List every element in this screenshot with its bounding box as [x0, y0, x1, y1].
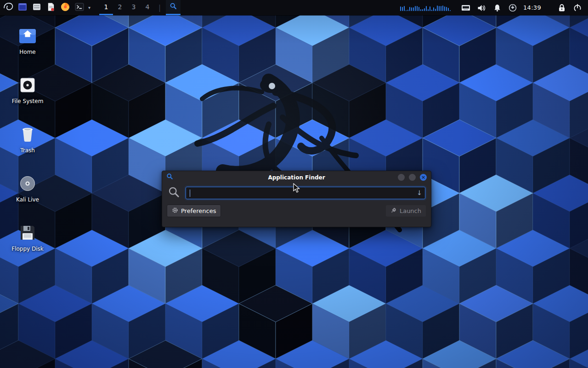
launcher-firefox[interactable]	[59, 1, 72, 14]
launch-button[interactable]: Launch	[385, 205, 426, 217]
floppy-disk-icon	[6, 222, 50, 244]
workspace-3[interactable]: 3	[127, 0, 141, 15]
firefox-icon	[60, 2, 70, 14]
notifications-bell-icon[interactable]	[492, 2, 502, 13]
maximize-button[interactable]	[409, 174, 416, 181]
close-icon: ×	[421, 175, 425, 180]
volume-icon[interactable]	[476, 2, 486, 13]
launcher-window-app[interactable]	[16, 1, 29, 14]
system-monitor-graph[interactable]	[400, 4, 451, 11]
desktop-icon-file-system[interactable]: File System	[6, 74, 50, 105]
launch-label: Launch	[400, 207, 421, 214]
window-app-icon	[17, 2, 28, 14]
lock-screen-icon[interactable]	[557, 2, 567, 13]
updates-icon[interactable]	[508, 2, 518, 13]
window-titlebar-icon	[166, 173, 173, 182]
text-editor-icon	[46, 2, 56, 14]
keyboard-layout-icon[interactable]	[461, 2, 471, 13]
application-finder-window: Application Finder × ↓ Preferences	[162, 171, 431, 227]
workspace-2[interactable]: 2	[113, 0, 127, 15]
panel-separator: |	[158, 4, 161, 12]
preferences-label: Preferences	[181, 207, 216, 214]
search-icon	[168, 186, 180, 200]
text-caret	[190, 190, 190, 197]
file-manager-icon	[32, 2, 42, 14]
desktop-icon-label: Kali Live	[15, 196, 40, 203]
desktop-icon-label: Home	[18, 49, 37, 55]
panel-tray: 14:39	[400, 2, 585, 13]
top-panel: ▾ 1 2 3 4 | 14:39	[0, 0, 588, 15]
minimize-button[interactable]	[398, 174, 405, 181]
search-row: ↓	[162, 184, 431, 201]
terminal-icon	[74, 2, 85, 14]
launch-icon	[390, 207, 397, 215]
application-finder-taskbar-icon	[169, 2, 177, 12]
workspace-1[interactable]: 1	[99, 0, 113, 15]
clock[interactable]: 14:39	[523, 4, 541, 11]
home-icon	[6, 25, 50, 47]
desktop-icon-kali-live[interactable]: Kali Live	[6, 172, 50, 203]
trash-icon	[6, 123, 50, 145]
chevron-down-icon[interactable]: ▾	[87, 5, 91, 10]
window-title: Application Finder	[162, 174, 431, 181]
preferences-button[interactable]: Preferences	[167, 205, 221, 217]
desktop-icon-floppy-disk[interactable]: Floppy Disk	[6, 222, 50, 253]
dropdown-arrow-icon[interactable]: ↓	[417, 189, 422, 197]
launcher-text-editor[interactable]	[45, 1, 57, 14]
kali-menu-button[interactable]	[2, 1, 15, 14]
titlebar[interactable]: Application Finder ×	[162, 171, 431, 184]
desktop-icon-trash[interactable]: Trash	[6, 123, 50, 154]
desktop-icon-label: Floppy Disk	[10, 246, 45, 252]
desktop-icon-home[interactable]: Home	[6, 25, 50, 56]
gear-icon	[172, 207, 178, 215]
search-input[interactable]	[186, 187, 425, 199]
kali-logo-icon	[3, 1, 14, 14]
window-controls: ×	[398, 174, 427, 181]
taskbar-application-finder[interactable]	[166, 0, 181, 15]
button-row: Preferences Launch	[162, 201, 431, 217]
close-button[interactable]: ×	[420, 174, 427, 181]
launcher-terminal[interactable]	[73, 1, 86, 14]
desktop-icon-label: File System	[11, 98, 45, 104]
cd-disc-icon	[6, 172, 50, 195]
workspace-switcher: 1 2 3 4	[99, 0, 154, 15]
file-system-icon	[6, 74, 50, 96]
desktop-icon-label: Trash	[19, 147, 36, 154]
launcher-file-manager[interactable]	[30, 1, 43, 14]
workspace-4[interactable]: 4	[141, 0, 154, 15]
logout-power-icon[interactable]	[572, 2, 582, 13]
